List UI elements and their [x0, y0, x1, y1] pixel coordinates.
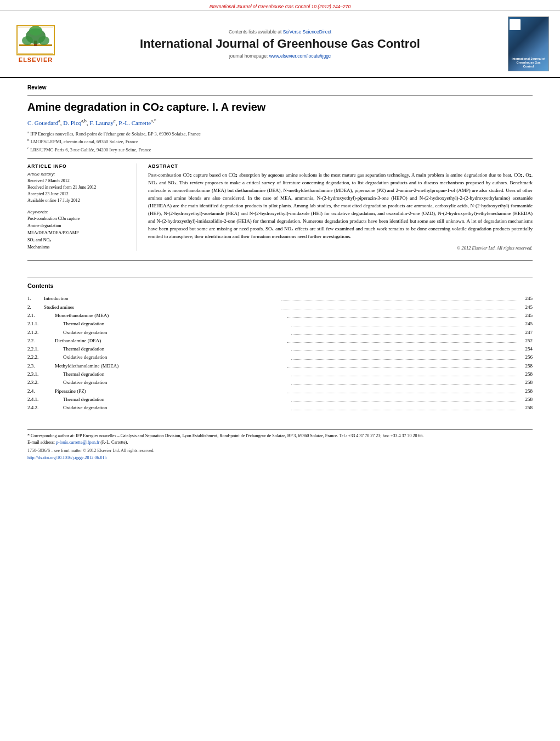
article-type: Review: [27, 84, 533, 90]
toc-item-2: 2. Studied amines 245: [27, 303, 533, 312]
toc-item-2-1: 2.1. Monoethanolamine (MEA) 245: [27, 312, 533, 320]
svg-point-3: [22, 36, 33, 45]
accepted-date: Accepted 23 June 2012: [27, 191, 128, 197]
top-header: International Journal of Greenhouse Gas …: [0, 0, 560, 11]
elsevier-logo: ELSEVIER: [11, 25, 60, 63]
received-revised-date: Received in revised form 21 June 2012: [27, 184, 128, 191]
affiliations: a IFP Energies nouvelles, Rond-point de …: [27, 129, 533, 154]
toc-label-2-3-1: Thermal degradation: [63, 370, 290, 378]
svg-rect-10: [18, 27, 53, 27]
sciverse-link[interactable]: SciVerse ScienceDirect: [283, 29, 331, 35]
journal-title: International Journal of Greenhouse Gas …: [66, 37, 494, 51]
toc-dots-2: [281, 309, 517, 309]
toc-num-2-1: 2.1.: [27, 312, 55, 320]
homepage-url[interactable]: www.elsevier.com/locate/ijggc: [269, 53, 331, 59]
issn-text: 1750-5836/$ – see front matter © 2012 El…: [27, 448, 155, 453]
toc-dots-2-1: [287, 317, 517, 318]
toc-page-2-4-1: 258: [519, 395, 533, 404]
toc-label-2: Studied amines: [44, 303, 280, 312]
toc-page-2-3-1: 258: [519, 370, 533, 378]
toc-num-2-2-2: 2.2.2.: [27, 353, 63, 361]
toc-label-2-4-1: Thermal degradation: [63, 395, 290, 404]
toc-page-2-2: 252: [519, 337, 533, 345]
cover-text: International Journal ofGreenhouse GasCo…: [512, 57, 545, 69]
toc-item-2-4-2: 2.4.2. Oxidative degradation 258: [27, 404, 533, 412]
toc-page-2-1: 245: [519, 312, 533, 320]
toc-num-1: 1.: [27, 295, 44, 303]
footnote-text: * Corresponding author at: IFP Energies …: [27, 433, 533, 439]
toc-item-2-3: 2.3. Methyldiethanolamine (MDEA) 258: [27, 362, 533, 370]
issn-line: 1750-5836/$ – see front matter © 2012 El…: [27, 448, 533, 453]
received-date: Received 7 March 2012: [27, 178, 128, 184]
toc-page-2: 245: [519, 303, 533, 312]
contents-section: Contents 1. Introduction 245 2. Studied …: [27, 278, 533, 412]
info-separator: [27, 159, 533, 159]
toc-label-2-2-1: Thermal degradation: [63, 345, 290, 353]
journal-banner: ELSEVIER Contents lists available at Sci…: [0, 11, 560, 78]
journal-cover: International Journal ofGreenhouse GasCo…: [500, 16, 549, 71]
abstract-column: ABSTRACT Post-combustion CO₂ capture bas…: [148, 163, 533, 251]
toc-item-1: 1. Introduction 245: [27, 295, 533, 303]
keyword-3: MEA/DEA/MDEA/PZ/AMP: [27, 230, 128, 237]
footer: * Corresponding author at: IFP Energies …: [27, 429, 533, 466]
toc-item-2-3-1: 2.3.1. Thermal degradation 258: [27, 370, 533, 378]
elsevier-wordmark: ELSEVIER: [19, 56, 53, 63]
toc-dots-2-3: [287, 367, 517, 368]
author-1-sup: a: [58, 118, 60, 123]
toc-dots-2-2-2: [291, 359, 518, 360]
journal-reference: International Journal of Greenhouse Gas …: [210, 4, 351, 9]
page: International Journal of Greenhouse Gas …: [0, 0, 560, 741]
svg-rect-7: [16, 54, 55, 55]
toc-item-2-2-2: 2.2.2. Oxidative degradation 256: [27, 353, 533, 361]
toc-dots-2-4-1: [291, 401, 518, 401]
author-3: F. Launay: [89, 120, 114, 126]
abstract-text: Post-combustion CO₂ capture based on CO₂…: [148, 172, 533, 240]
toc-page-2-3-2: 258: [519, 378, 533, 387]
toc-num-2: 2.: [27, 303, 44, 312]
toc-dots-2-4: [287, 393, 517, 393]
svg-point-4: [38, 36, 49, 45]
doi-link[interactable]: http://dx.doi.org/10.1016/j.ijggc.2012.0…: [27, 455, 107, 460]
toc-page-1: 245: [519, 295, 533, 303]
toc-label-2-1-2: Oxidative degradation: [63, 329, 290, 337]
journal-center: Contents lists available at SciVerse Sci…: [60, 29, 500, 59]
toc-item-2-1-2: 2.1.2. Oxidative degradation 247: [27, 329, 533, 337]
toc-num-2-2: 2.2.: [27, 337, 55, 345]
contents-separator: [27, 261, 533, 261]
toc-page-2-2-1: 254: [519, 345, 533, 353]
toc-label-2-3: Methyldiethanolamine (MDEA): [55, 362, 285, 370]
toc-page-2-2-2: 256: [519, 353, 533, 361]
toc-num-2-3: 2.3.: [27, 362, 55, 370]
toc-page-2-1-2: 247: [519, 329, 533, 337]
email-link[interactable]: p-louis.carrette@ifpen.fr: [56, 440, 99, 445]
cover-logo: [510, 19, 521, 30]
affiliation-b: b LMOPS/LEPMI, chemin du canal, 69360 So…: [27, 137, 533, 145]
toc-dots-2-1-1: [291, 326, 518, 326]
keywords-section: Keywords: Post-combustion CO₂ capture Am…: [27, 210, 128, 251]
toc-num-2-3-2: 2.3.2.: [27, 378, 63, 387]
copyright-line: © 2012 Elsevier Ltd. All rights reserved…: [148, 245, 533, 251]
toc-label-2-1: Monoethanolamine (MEA): [55, 312, 285, 320]
keyword-1: Post-combustion CO₂ capture: [27, 216, 128, 223]
toc-item-2-2-1: 2.2.1. Thermal degradation 254: [27, 345, 533, 353]
affiliation-a: a IFP Energies nouvelles, Rond-point de …: [27, 129, 533, 138]
toc-label-2-2-2: Oxidative degradation: [63, 353, 290, 361]
toc-item-2-4: 2.4. Piperazine (PZ) 258: [27, 387, 533, 395]
homepage-label: journal homepage:: [229, 53, 268, 59]
toc-num-2-4-1: 2.4.1.: [27, 395, 63, 404]
keyword-5: Mechanisms: [27, 244, 128, 251]
history-label: Article history:: [27, 172, 128, 177]
author-1: C. Gouedard: [27, 120, 58, 126]
keyword-4: SO₂ and NOₓ: [27, 237, 128, 244]
toc-label-2-1-1: Thermal degradation: [63, 320, 290, 328]
svg-rect-8: [16, 25, 18, 55]
article-info-column: ARTICLE INFO Article history: Received 7…: [27, 163, 137, 251]
abstract-label: ABSTRACT: [148, 163, 533, 169]
author-4: P.-L. Carrette: [118, 120, 151, 126]
email-footnote: E-mail address: p-louis.carrette@ifpen.f…: [27, 439, 533, 446]
toc-dots-2-4-2: [291, 410, 518, 410]
toc-num-2-4: 2.4.: [27, 387, 55, 395]
toc-label-2-3-2: Oxidative degradation: [63, 378, 290, 387]
toc-num-2-3-1: 2.3.1.: [27, 370, 63, 378]
title-separator: [27, 95, 533, 95]
